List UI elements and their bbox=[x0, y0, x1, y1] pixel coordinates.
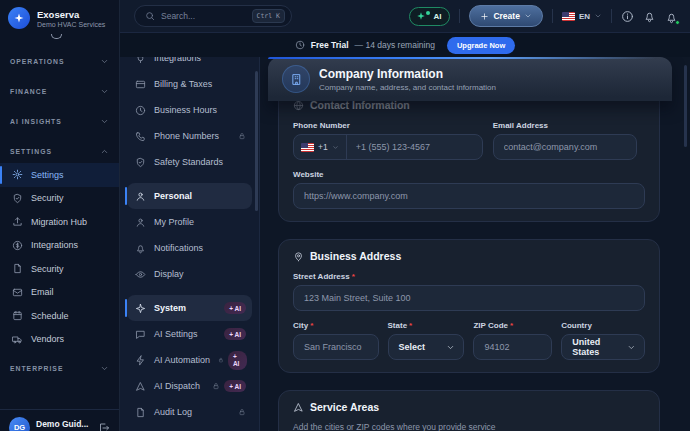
country-code-select[interactable]: +1 bbox=[294, 135, 347, 159]
phone-field: +1 bbox=[293, 134, 483, 160]
service-section-heading: Service Areas bbox=[293, 401, 645, 413]
settings-nav-ai-dispatch[interactable]: AI Dispatch + AI bbox=[127, 373, 252, 399]
user-profile[interactable]: DG Demo Guid... Admin bbox=[0, 409, 119, 431]
settings-nav-label: Display bbox=[154, 269, 184, 279]
help-icon[interactable] bbox=[621, 10, 634, 23]
sidebar-item-label: Schedule bbox=[31, 311, 69, 321]
phone-icon bbox=[135, 131, 146, 142]
globe-icon bbox=[293, 100, 304, 111]
address-section-heading: Business Address bbox=[293, 250, 645, 262]
clipped-nav-icon bbox=[51, 34, 62, 39]
chevron-down-icon bbox=[594, 12, 602, 20]
alerts-bell-icon[interactable] bbox=[665, 10, 678, 23]
settings-nav-personal[interactable]: Personal bbox=[127, 183, 252, 209]
avatar: DG bbox=[9, 417, 30, 431]
settings-nav-label: Phone Numbers bbox=[154, 131, 219, 141]
top-bar: Ctrl K AI Create EN bbox=[120, 0, 690, 33]
create-button[interactable]: Create bbox=[469, 5, 542, 27]
lock-icon bbox=[238, 132, 246, 140]
sidebar-item-security-2[interactable]: Security bbox=[0, 257, 119, 281]
section-label: FINANCE bbox=[10, 88, 47, 95]
language-code: EN bbox=[579, 12, 590, 21]
required-mark: * bbox=[409, 321, 412, 330]
settings-nav-label: Personal bbox=[154, 191, 192, 201]
settings-nav-label: AI Automation bbox=[154, 355, 210, 365]
required-mark: * bbox=[510, 321, 513, 330]
sidebar-item-label: Integrations bbox=[31, 240, 78, 250]
settings-nav-my-profile[interactable]: My Profile bbox=[127, 209, 252, 235]
sidebar-item-schedule[interactable]: Schedule bbox=[0, 304, 119, 328]
city-input[interactable] bbox=[293, 334, 379, 360]
settings-nav-phone-numbers[interactable]: Phone Numbers bbox=[127, 123, 252, 149]
ai-status-pill[interactable]: AI bbox=[409, 7, 450, 26]
notification-dot bbox=[675, 20, 680, 25]
settings-nav-system[interactable]: System + AI bbox=[127, 295, 252, 321]
sidebar-section-operations[interactable]: OPERATIONS bbox=[0, 53, 119, 69]
page-subtitle: Company name, address, and contact infor… bbox=[319, 83, 496, 92]
chevron-up-icon bbox=[100, 147, 109, 156]
settings-nav-business-hours[interactable]: Business Hours bbox=[127, 97, 252, 123]
sidebar-section-enterprise[interactable]: ENTERPRISE bbox=[0, 360, 119, 376]
settings-nav-safety-standards[interactable]: Safety Standards bbox=[127, 149, 252, 175]
sidebar-item-security[interactable]: Security bbox=[0, 187, 119, 211]
settings-nav-scrollbar[interactable] bbox=[255, 71, 258, 211]
chevron-down-icon bbox=[627, 343, 636, 352]
main-panel: Company Information Company name, addres… bbox=[260, 57, 690, 431]
user-name: Demo Guid... bbox=[36, 419, 88, 429]
zip-input[interactable] bbox=[473, 334, 552, 360]
logout-icon[interactable] bbox=[98, 422, 110, 431]
section-label: AI INSIGHTS bbox=[10, 118, 62, 125]
settings-nav-notifications[interactable]: Notifications bbox=[127, 235, 252, 261]
building-icon bbox=[290, 73, 303, 86]
ai-sparkle-icon bbox=[416, 11, 426, 21]
email-input[interactable] bbox=[493, 134, 638, 160]
sidebar-item-integrations[interactable]: Integrations bbox=[0, 234, 119, 258]
country-select[interactable]: United States bbox=[561, 334, 645, 360]
sidebar-item-label: Security bbox=[31, 264, 64, 274]
sidebar-item-settings[interactable]: Settings bbox=[0, 163, 119, 187]
main-scrollbar[interactable] bbox=[684, 65, 687, 147]
settings-nav-audit-log[interactable]: Audit Log bbox=[127, 399, 252, 425]
street-input[interactable] bbox=[293, 285, 645, 311]
zip-label: ZIP Code* bbox=[473, 321, 552, 330]
sidebar-section-ai-insights[interactable]: AI INSIGHTS bbox=[0, 113, 119, 129]
sidebar-item-email[interactable]: Email bbox=[0, 281, 119, 305]
upgrade-now-button[interactable]: Upgrade Now bbox=[447, 37, 515, 54]
sidebar-settings-group: Settings Security Migration Hub Integrat… bbox=[0, 163, 119, 351]
settings-nav-ai-automation[interactable]: AI Automation + AI bbox=[127, 347, 252, 373]
page-title: Company Information bbox=[319, 67, 496, 81]
global-search[interactable]: Ctrl K bbox=[134, 5, 292, 27]
ai-badge: + AI bbox=[224, 302, 246, 314]
app-window: Exoserva Demo HVAC Services OPERATIONS F… bbox=[0, 0, 690, 431]
language-selector[interactable]: EN bbox=[562, 12, 602, 21]
page-header: Company Information Company name, addres… bbox=[268, 57, 672, 101]
sidebar-item-vendors[interactable]: Vendors bbox=[0, 328, 119, 352]
section-title: Service Areas bbox=[310, 401, 379, 413]
search-input[interactable] bbox=[161, 11, 246, 21]
notifications-bell-icon[interactable] bbox=[643, 10, 656, 23]
contact-information-card: Contact Information Phone Number +1 bbox=[278, 88, 660, 222]
mail-icon bbox=[12, 287, 23, 298]
sidebar-section-settings[interactable]: SETTINGS bbox=[0, 143, 119, 159]
country-label: Country bbox=[561, 321, 645, 330]
brand-logo bbox=[8, 7, 30, 29]
required-mark: * bbox=[352, 272, 355, 281]
sidebar-item-label: Security bbox=[31, 193, 64, 203]
settings-nav-billing-taxes[interactable]: Billing & Taxes bbox=[127, 71, 252, 97]
brand[interactable]: Exoserva Demo HVAC Services bbox=[0, 0, 119, 33]
section-title: Business Address bbox=[310, 250, 401, 262]
settings-nav-ai-settings[interactable]: AI Settings + AI bbox=[127, 321, 252, 347]
gear-icon bbox=[12, 169, 23, 180]
shield-check-icon bbox=[135, 157, 146, 168]
state-select[interactable]: Select bbox=[388, 334, 465, 360]
phone-label: Phone Number bbox=[293, 121, 483, 130]
phone-input[interactable] bbox=[347, 142, 482, 152]
user-icon bbox=[135, 191, 146, 202]
sidebar-section-finance[interactable]: FINANCE bbox=[0, 83, 119, 99]
settings-nav-display[interactable]: Display bbox=[127, 261, 252, 287]
settings-nav-label: AI Settings bbox=[154, 329, 198, 339]
sidebar-item-migration-hub[interactable]: Migration Hub bbox=[0, 210, 119, 234]
state-label: State* bbox=[388, 321, 465, 330]
website-input[interactable] bbox=[293, 183, 645, 209]
chevron-down-icon bbox=[100, 364, 109, 373]
